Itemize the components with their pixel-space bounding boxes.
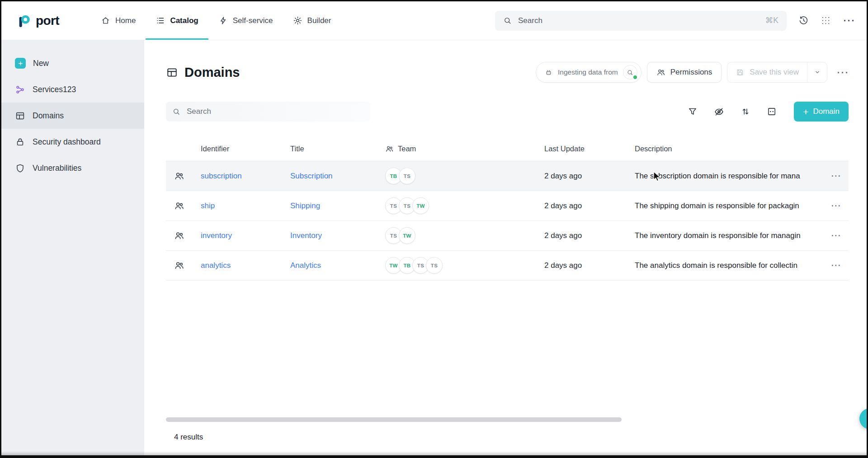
row-more-button[interactable]: ⋯ <box>823 260 849 271</box>
services-icon <box>15 84 25 95</box>
hide-columns-button[interactable] <box>714 107 724 117</box>
save-view-button[interactable]: Save this view <box>727 62 807 82</box>
ingesting-data-label: Ingesting data from <box>558 68 618 76</box>
description-cell: The subscription domain is responsible f… <box>635 172 823 181</box>
nav-home[interactable]: Home <box>91 1 146 40</box>
app-window: port Home Catalog Self-service Builder <box>0 0 868 458</box>
avatar[interactable]: TS <box>426 257 443 274</box>
lightning-icon <box>218 16 228 25</box>
topbar-more-button[interactable]: ⋯ <box>843 14 855 27</box>
table-icon <box>166 66 178 79</box>
title-link[interactable]: Inventory <box>290 231 322 240</box>
group-by-button[interactable] <box>767 107 777 117</box>
catalog-icon <box>156 16 165 25</box>
page-header-actions: Ingesting data from Permissions S <box>536 62 849 83</box>
search-icon <box>503 16 512 25</box>
save-view-label: Save this view <box>750 68 799 77</box>
sort-icon <box>741 107 750 117</box>
page-more-button[interactable]: ⋯ <box>836 66 849 79</box>
avatar[interactable]: TW <box>412 197 429 214</box>
plus-square-icon <box>15 58 26 69</box>
column-header-identifier[interactable]: Identifier <box>201 145 290 153</box>
description-cell: The shipping domain is responsible for p… <box>635 201 823 210</box>
top-navigation: Home Catalog Self-service Builder <box>91 1 341 40</box>
last-update-cell: 2 days ago <box>544 172 635 181</box>
column-header-description[interactable]: Description <box>635 145 823 153</box>
add-domain-button[interactable]: + Domain <box>794 102 849 122</box>
sidebar-item-label: Services123 <box>33 85 76 94</box>
app-body: New Services123 Domains Security dashboa… <box>1 40 867 455</box>
status-green-dot <box>632 75 638 80</box>
home-icon <box>101 16 110 25</box>
identifier-link[interactable]: inventory <box>201 231 232 240</box>
title-link[interactable]: Subscription <box>290 172 333 180</box>
sidebar-item-label: Domains <box>33 111 64 121</box>
table-row[interactable]: ship Shipping TS TS TW 2 days ago The sh… <box>166 191 849 221</box>
sidebar-item-new[interactable]: New <box>1 50 144 76</box>
brand-wordmark: port <box>36 14 59 28</box>
save-view-dropdown-button[interactable] <box>807 62 827 82</box>
sort-button[interactable] <box>741 107 750 117</box>
avatar[interactable]: TW <box>399 227 415 244</box>
plus-icon: + <box>803 107 808 117</box>
team-cell: TS TS TW <box>385 197 544 214</box>
port-logo[interactable]: port <box>17 1 59 40</box>
domains-table: Identifier Title Team Last Update Descri… <box>166 137 849 280</box>
description-cell: The analytics domain is responsible for … <box>635 261 823 270</box>
table-header-row: Identifier Title Team Last Update Descri… <box>166 137 849 161</box>
nav-catalog[interactable]: Catalog <box>146 1 208 40</box>
chevron-down-icon <box>813 68 822 77</box>
horizontal-scrollbar[interactable] <box>166 417 622 422</box>
table-row[interactable]: inventory Inventory TS TW 2 days ago The… <box>166 221 849 251</box>
nav-builder-label: Builder <box>307 16 331 25</box>
identifier-link[interactable]: subscription <box>201 172 242 180</box>
description-cell: The inventory domain is responsible for … <box>635 231 823 240</box>
search-badge-icon <box>627 69 633 76</box>
sidebar-item-domains[interactable]: Domains <box>1 103 144 129</box>
nav-self-service[interactable]: Self-service <box>208 1 283 40</box>
sidebar-item-label: New <box>33 59 49 68</box>
nav-self-service-label: Self-service <box>233 16 273 25</box>
history-button[interactable] <box>798 15 809 26</box>
permissions-button[interactable]: Permissions <box>647 62 722 83</box>
nav-builder[interactable]: Builder <box>283 1 341 40</box>
top-bar: port Home Catalog Self-service Builder <box>1 1 867 40</box>
avatar[interactable]: TS <box>399 168 415 184</box>
row-more-button[interactable]: ⋯ <box>823 230 849 241</box>
apps-button[interactable] <box>821 15 831 26</box>
exporter-status-badge <box>623 65 637 79</box>
filter-icon <box>688 107 698 117</box>
title-link[interactable]: Analytics <box>290 261 321 270</box>
sidebar-item-label: Security dashboard <box>33 137 101 147</box>
identifier-link[interactable]: ship <box>201 201 215 210</box>
last-update-cell: 2 days ago <box>544 261 635 270</box>
nav-home-label: Home <box>115 16 136 25</box>
command-key-hint: ⌘ <box>765 16 774 25</box>
row-more-button[interactable]: ⋯ <box>823 171 849 181</box>
sidebar-item-services123[interactable]: Services123 <box>1 76 144 103</box>
team-cell: TB TS <box>385 168 544 184</box>
row-more-button[interactable]: ⋯ <box>823 201 849 211</box>
column-header-last-update[interactable]: Last Update <box>544 145 635 153</box>
filter-button[interactable] <box>688 107 698 117</box>
permissions-label: Permissions <box>670 68 712 77</box>
column-header-team[interactable]: Team <box>385 145 544 153</box>
global-search[interactable]: ⌘ K <box>495 11 787 31</box>
sidebar-item-security-dashboard[interactable]: Security dashboard <box>1 129 144 155</box>
shield-icon <box>15 163 25 173</box>
column-header-title[interactable]: Title <box>290 145 385 153</box>
domain-icon <box>174 201 184 211</box>
history-icon <box>798 15 809 26</box>
ingesting-data-button[interactable]: Ingesting data from <box>536 62 642 83</box>
table-row[interactable]: subscription Subscription TB TS 2 days a… <box>166 161 849 191</box>
domain-icon <box>174 260 184 271</box>
global-search-input[interactable] <box>517 16 760 26</box>
table-search[interactable] <box>166 102 370 122</box>
title-link[interactable]: Shipping <box>290 201 320 210</box>
eye-off-icon <box>714 107 724 117</box>
table-search-input[interactable] <box>186 107 364 117</box>
save-icon <box>736 68 745 77</box>
sidebar-item-vulnerabilities[interactable]: Vulnerabilities <box>1 155 144 181</box>
identifier-link[interactable]: analytics <box>201 261 231 270</box>
table-row[interactable]: analytics Analytics TW TB TS TS 2 days a… <box>166 251 849 280</box>
